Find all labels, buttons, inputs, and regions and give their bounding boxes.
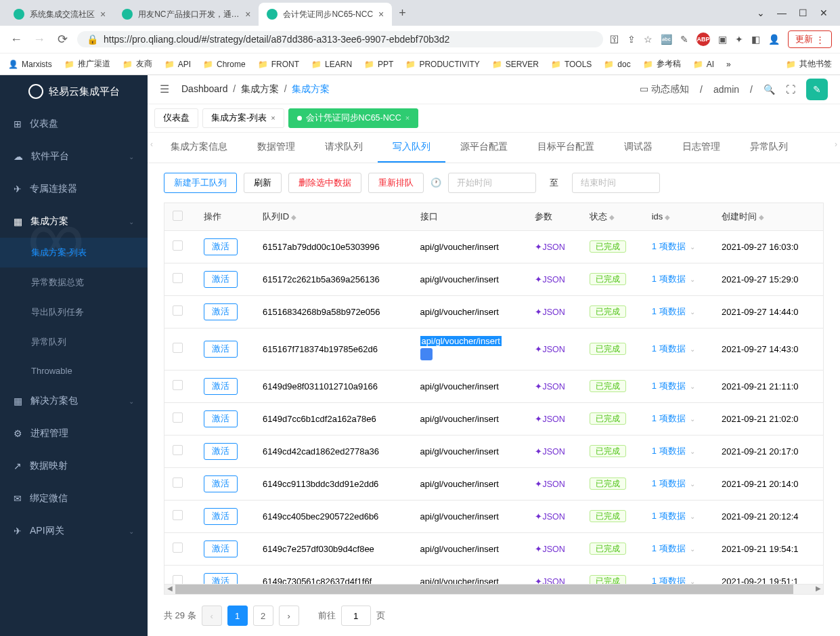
row-checkbox[interactable] — [173, 510, 183, 520]
activate-button[interactable]: 激活 — [204, 271, 238, 288]
json-badge[interactable]: ✦JSON — [535, 308, 565, 317]
json-badge[interactable]: ✦JSON — [535, 480, 565, 489]
activate-button[interactable]: 激活 — [204, 573, 238, 585]
ids-link[interactable]: 1 项数据⌄ — [652, 478, 695, 488]
chevron-down-icon[interactable]: ⌄ — [757, 7, 765, 18]
json-badge[interactable]: ✦JSON — [535, 345, 565, 354]
ids-link[interactable]: 1 项数据⌄ — [652, 343, 695, 354]
row-checkbox[interactable] — [173, 412, 183, 423]
sidebar-item[interactable]: ▦集成方案⌄ — [0, 205, 148, 238]
close-icon[interactable]: × — [378, 9, 384, 20]
json-badge[interactable]: ✦JSON — [535, 545, 565, 554]
view-tab[interactable]: 会计凭证同步NC65-NCC× — [288, 108, 419, 128]
bookmark-item[interactable]: 📁PRODUCTIVITY — [405, 60, 479, 69]
json-badge[interactable]: ✦JSON — [535, 242, 565, 252]
bookmark-item[interactable]: 📁TOOLS — [551, 60, 592, 69]
bookmark-item[interactable]: 📁推广渠道 — [64, 58, 110, 70]
page-2-button[interactable]: 2 — [253, 606, 273, 626]
bookmark-item[interactable]: 👤Marxists — [8, 60, 52, 69]
sidebar-item[interactable]: ✈专属连接器 — [0, 173, 148, 205]
page-tab[interactable]: 写入队列 — [378, 133, 445, 163]
close-icon[interactable]: × — [245, 9, 250, 20]
sidebar-subitem[interactable]: 异常队列 — [0, 327, 148, 357]
bookmark-overflow[interactable]: » — [726, 60, 731, 69]
view-tab[interactable]: 集成方案-列表× — [202, 108, 284, 128]
sidebar-item[interactable]: ↗数据映射 — [0, 450, 148, 482]
star-icon[interactable]: ☆ — [644, 34, 653, 45]
row-checkbox[interactable] — [173, 273, 183, 283]
forward-button[interactable]: → — [31, 33, 47, 47]
json-badge[interactable]: ✦JSON — [535, 577, 565, 585]
json-badge[interactable]: ✦JSON — [535, 415, 565, 424]
avatar[interactable]: ✎ — [806, 79, 828, 100]
bookmark-item[interactable]: 📁API — [164, 60, 191, 69]
sidebar-item[interactable]: ☁软件平台⌄ — [0, 140, 148, 173]
row-checkbox[interactable] — [173, 478, 183, 488]
view-tab[interactable]: 仪表盘 — [154, 108, 198, 128]
menu-toggle[interactable]: ☰ — [160, 83, 169, 96]
new-queue-button[interactable]: 新建手工队列 — [164, 173, 237, 193]
row-checkbox[interactable] — [173, 380, 183, 390]
perception-link[interactable]: ▭ 动态感知 — [640, 83, 689, 96]
prev-page-button[interactable]: ‹ — [202, 606, 222, 626]
browser-tab[interactable]: 会计凭证同步NC65-NCC× — [259, 3, 392, 26]
json-badge[interactable]: ✦JSON — [535, 382, 565, 391]
close-icon[interactable]: × — [100, 9, 106, 20]
sidebar-item[interactable]: ⊞仪表盘 — [0, 108, 148, 140]
maximize-button[interactable]: ☐ — [799, 7, 808, 18]
col-queue-id[interactable]: 队列ID◆ — [255, 203, 412, 231]
start-date-input[interactable]: 开始时间 — [448, 173, 536, 193]
activate-button[interactable]: 激活 — [204, 410, 238, 427]
next-page-button[interactable]: › — [279, 606, 299, 626]
bookmark-item[interactable]: 📁SERVER — [492, 60, 539, 69]
json-badge[interactable]: ✦JSON — [535, 512, 565, 522]
user-label[interactable]: admin — [713, 84, 739, 95]
browser-tab[interactable]: 系统集成交流社区× — [5, 3, 114, 26]
activate-button[interactable]: 激活 — [204, 238, 238, 255]
profile-icon[interactable]: 👤 — [768, 34, 780, 45]
search-icon[interactable]: 🔍 — [764, 84, 775, 95]
close-icon[interactable]: × — [405, 114, 410, 122]
bookmark-item[interactable]: 📁doc — [604, 60, 630, 69]
scroll-right[interactable]: › — [835, 140, 837, 149]
wand-icon[interactable]: ✎ — [680, 34, 688, 45]
row-checkbox[interactable] — [173, 305, 183, 316]
json-badge[interactable]: ✦JSON — [535, 447, 565, 457]
page-input[interactable] — [341, 606, 371, 626]
page-tab[interactable]: 异常队列 — [735, 133, 803, 163]
sidebar-item[interactable]: ✉绑定微信 — [0, 482, 148, 515]
minimize-button[interactable]: — — [777, 7, 787, 18]
select-all-checkbox[interactable] — [173, 211, 183, 221]
sidebar-item[interactable]: ✈API网关⌄ — [0, 515, 148, 547]
other-bookmarks[interactable]: 📁其他书签 — [786, 58, 832, 70]
resort-button[interactable]: 重新排队 — [368, 173, 424, 193]
ext-icon[interactable]: ▣ — [718, 34, 727, 45]
sidebar-subitem[interactable]: 异常数据总览 — [0, 268, 148, 297]
refresh-button[interactable]: 刷新 — [244, 173, 282, 193]
ids-link[interactable]: 1 项数据⌄ — [652, 543, 695, 553]
bookmark-item[interactable]: 📁Chrome — [203, 60, 246, 69]
sidebar-item[interactable]: ⚙进程管理 — [0, 417, 148, 450]
fullscreen-icon[interactable]: ⛶ — [786, 84, 795, 95]
col-created[interactable]: 创建时间◆ — [713, 203, 823, 231]
sidebar-item[interactable]: ▦解决方案包⌄ — [0, 385, 148, 417]
end-date-input[interactable]: 结束时间 — [572, 173, 660, 193]
page-1-button[interactable]: 1 — [227, 606, 248, 626]
row-checkbox[interactable] — [173, 240, 183, 251]
address-bar[interactable]: 🔒 https://pro.qliang.cloud/#/strategy/de… — [77, 31, 603, 47]
bookmark-item[interactable]: 📁友商 — [123, 58, 152, 70]
page-tab[interactable]: 调试器 — [609, 133, 667, 163]
page-tab[interactable]: 数据管理 — [242, 133, 310, 163]
page-tab[interactable]: 请求队列 — [310, 133, 378, 163]
ids-link[interactable]: 1 项数据⌄ — [652, 576, 695, 584]
bookmark-item[interactable]: 📁LEARN — [311, 60, 352, 69]
ids-link[interactable]: 1 项数据⌄ — [652, 381, 695, 391]
close-window-button[interactable]: ✕ — [820, 7, 828, 18]
ids-link[interactable]: 1 项数据⌄ — [652, 306, 695, 316]
activate-button[interactable]: 激活 — [204, 508, 238, 525]
reload-button[interactable]: ⟳ — [54, 32, 70, 47]
close-icon[interactable]: × — [271, 114, 275, 122]
activate-button[interactable]: 激活 — [204, 475, 238, 492]
json-badge[interactable]: ✦JSON — [535, 275, 565, 284]
page-tab[interactable]: 目标平台配置 — [523, 133, 609, 163]
